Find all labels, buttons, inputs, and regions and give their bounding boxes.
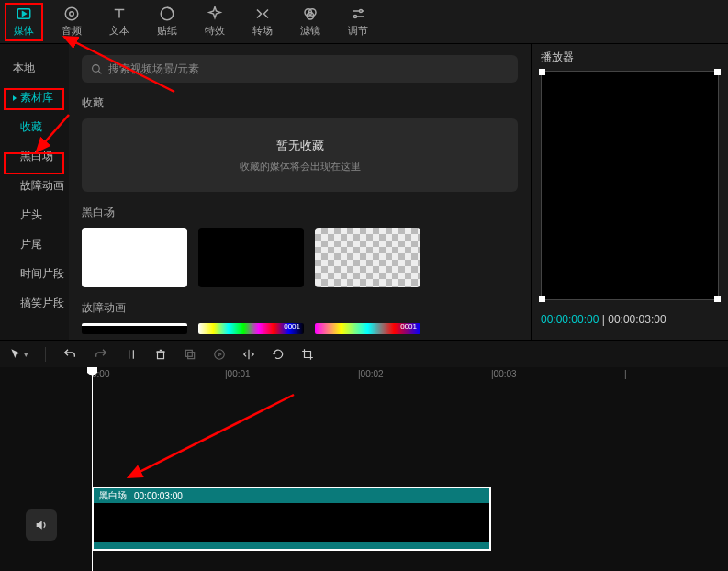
tab-sticker[interactable]: 贴纸 bbox=[143, 0, 191, 43]
clip-header: 黑白场 00:00:03:00 bbox=[94, 488, 489, 503]
sidebar-item-glitch[interactable]: 故障动画 bbox=[0, 171, 69, 200]
svg-point-8 bbox=[354, 16, 357, 18]
sidebar-item-library[interactable]: 素材库 bbox=[0, 83, 69, 112]
thumb-white[interactable] bbox=[82, 228, 187, 287]
tool-mirror[interactable] bbox=[242, 348, 255, 361]
svg-point-13 bbox=[215, 349, 225, 359]
tab-sticker-label: 贴纸 bbox=[157, 24, 177, 38]
clip-name: 黑白场 bbox=[99, 489, 127, 502]
tab-adjust[interactable]: 调节 bbox=[334, 0, 382, 43]
player-time-duration: 00:00:03:00 bbox=[608, 313, 666, 326]
svg-point-1 bbox=[65, 7, 78, 20]
thumb-transparent[interactable] bbox=[315, 228, 420, 287]
search-icon bbox=[91, 63, 103, 75]
search-input[interactable]: 搜索视频场景/元素 bbox=[82, 55, 518, 83]
timeline[interactable]: 0:00 |00:01 |00:02 |00:03 | 黑白场 00:00:03… bbox=[0, 367, 728, 571]
sidebar: 本地 素材库 收藏 黑白场 故障动画 片头 片尾 时间片段 搞笑片段 bbox=[0, 44, 69, 340]
tab-audio-label: 音频 bbox=[62, 24, 82, 38]
tab-media[interactable]: 媒体 bbox=[0, 0, 48, 43]
svg-point-9 bbox=[93, 64, 100, 72]
clip-footer bbox=[94, 542, 489, 549]
sidebar-item-bw[interactable]: 黑白场 bbox=[0, 141, 69, 171]
svg-rect-12 bbox=[185, 350, 192, 356]
tool-copy[interactable] bbox=[184, 348, 196, 361]
tab-filter-label: 滤镜 bbox=[300, 24, 320, 38]
player-viewport[interactable] bbox=[541, 71, 719, 300]
ruler-mark: |00:01 bbox=[225, 369, 251, 379]
content-panel: 搜索视频场景/元素 收藏 暂无收藏 收藏的媒体将会出现在这里 黑白场 故障动画 bbox=[69, 44, 531, 340]
tool-rotate[interactable] bbox=[272, 348, 285, 361]
sidebar-library-label: 素材库 bbox=[20, 91, 53, 104]
speaker-icon bbox=[34, 518, 49, 532]
tool-undo[interactable] bbox=[62, 347, 77, 362]
tool-delete[interactable] bbox=[154, 348, 167, 361]
section-glitch-label: 故障动画 bbox=[82, 300, 518, 316]
ruler-mark: |00:02 bbox=[358, 369, 384, 379]
resize-handle-br[interactable] bbox=[714, 296, 721, 302]
section-favorite-label: 收藏 bbox=[82, 95, 518, 111]
clip-duration: 00:00:03:00 bbox=[134, 491, 183, 501]
section-bw-label: 黑白场 bbox=[82, 205, 518, 220]
resize-handle-bl[interactable] bbox=[539, 296, 545, 302]
svg-point-7 bbox=[360, 10, 363, 13]
tool-crop[interactable] bbox=[301, 348, 314, 361]
ruler-mark: | bbox=[624, 369, 627, 379]
tab-audio[interactable]: 音频 bbox=[48, 0, 95, 43]
player-time-current: 00:00:00:00 bbox=[541, 313, 599, 326]
player-time: 00:00:00:00 | 00:00:03:00 bbox=[541, 313, 719, 326]
player-title: 播放器 bbox=[541, 50, 719, 65]
tool-cursor[interactable]: ▾ bbox=[9, 348, 28, 361]
mute-button[interactable] bbox=[26, 509, 57, 541]
tab-filter[interactable]: 滤镜 bbox=[286, 0, 334, 43]
timeline-ruler[interactable]: 0:00 |00:01 |00:02 |00:03 | bbox=[0, 367, 728, 384]
ruler-mark: |00:03 bbox=[491, 369, 517, 379]
search-placeholder: 搜索视频场景/元素 bbox=[108, 62, 199, 77]
sidebar-item-favorite[interactable]: 收藏 bbox=[0, 112, 69, 141]
tab-text-label: 文本 bbox=[109, 24, 129, 38]
resize-handle-tr[interactable] bbox=[714, 69, 721, 75]
tab-media-label: 媒体 bbox=[14, 24, 34, 38]
sidebar-item-intro[interactable]: 片头 bbox=[0, 200, 69, 230]
sidebar-item-timeclip[interactable]: 时间片段 bbox=[0, 259, 69, 288]
expand-icon bbox=[13, 95, 17, 101]
tab-effect[interactable]: 特效 bbox=[191, 0, 239, 43]
thumb-black[interactable] bbox=[198, 228, 304, 287]
tab-transition-label: 转场 bbox=[252, 24, 273, 38]
player-panel: 播放器 00:00:00:00 | 00:00:03:00 bbox=[531, 44, 728, 340]
resize-handle-tl[interactable] bbox=[539, 69, 545, 75]
sidebar-item-outro[interactable]: 片尾 bbox=[0, 230, 69, 259]
sidebar-item-local[interactable]: 本地 bbox=[0, 53, 69, 83]
svg-rect-11 bbox=[188, 352, 195, 358]
tab-transition[interactable]: 转场 bbox=[239, 0, 286, 43]
thumb-glitch-1[interactable] bbox=[82, 323, 187, 334]
svg-rect-10 bbox=[158, 352, 164, 359]
sidebar-item-funny[interactable]: 搞笑片段 bbox=[0, 288, 69, 318]
timeline-toolbar: ▾ bbox=[0, 340, 728, 367]
thumb-glitch-2[interactable] bbox=[198, 323, 304, 334]
thumb-glitch-3[interactable] bbox=[315, 323, 420, 334]
timeline-clip[interactable]: 黑白场 00:00:03:00 bbox=[92, 487, 491, 551]
favorite-empty-sub: 收藏的媒体将会出现在这里 bbox=[240, 160, 361, 174]
favorite-empty-title: 暂无收藏 bbox=[276, 138, 324, 154]
tab-text[interactable]: 文本 bbox=[95, 0, 143, 43]
tab-effect-label: 特效 bbox=[205, 24, 225, 38]
tool-redo[interactable] bbox=[94, 347, 108, 362]
tool-record[interactable] bbox=[213, 348, 226, 361]
tab-adjust-label: 调节 bbox=[348, 24, 368, 38]
player-time-sep: | bbox=[599, 313, 608, 326]
tool-split[interactable] bbox=[125, 348, 138, 361]
favorite-empty-box: 暂无收藏 收藏的媒体将会出现在这里 bbox=[82, 118, 518, 192]
svg-point-2 bbox=[70, 12, 74, 17]
